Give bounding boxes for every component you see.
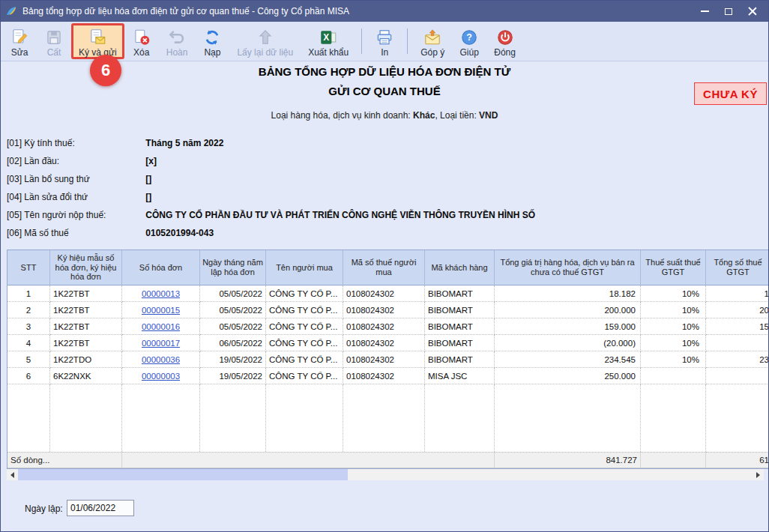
table-row[interactable]: 5 1K22TDO 00000036 19/05/2022 CÔNG TY CỔ… [7, 351, 769, 368]
cell-ngay-lap: 05/05/2022 [200, 302, 266, 318]
col-header-stt[interactable]: STT [7, 250, 50, 285]
table-row[interactable]: 6 6K22NXK 00000003 19/05/2022 CÔNG TY CỔ… [7, 368, 769, 384]
app-window: Bảng tổng hợp dữ liệu hóa đơn điện tử gử… [0, 0, 769, 532]
status-badge: CHƯA KÝ [694, 82, 767, 105]
cell-stt: 1 [7, 285, 50, 302]
undo-icon [167, 28, 187, 47]
maximize-icon [725, 8, 732, 15]
cell-thue-suat: 10% [641, 335, 706, 351]
cell-stt: 5 [7, 351, 50, 368]
table-row[interactable]: 4 1K22TBT 00000017 06/05/2022 CÔNG TY CỔ… [7, 335, 769, 351]
col-header-ky-hieu[interactable]: Ký hiệu mẫu số hóa đơn, ký hiệu hóa đơn [50, 250, 122, 285]
scroll-left-button[interactable] [7, 469, 18, 480]
cell-ma-khach-hang: BIBOMART [425, 335, 495, 351]
export-button[interactable]: X Xuất khẩu [301, 23, 356, 59]
cell-ten-nguoi-mua: CÔNG TY CỔ P... [266, 351, 343, 368]
edit-button[interactable]: Sửa [2, 23, 37, 59]
print-button[interactable]: In [367, 23, 402, 59]
reload-data-button[interactable]: Lấy lại dữ liệu [229, 23, 301, 59]
close-app-label: Đóng [494, 47, 516, 58]
edit-label: Sửa [11, 47, 28, 58]
cell-ten-nguoi-mua: CÔNG TY CỔ P... [266, 335, 343, 351]
cell-tong-gia-tri: 250.000 [495, 368, 641, 384]
refresh-button[interactable]: Nạp [195, 23, 229, 59]
cell-tong-so-thue: 1 [706, 285, 769, 302]
col-header-so-hoa-don[interactable]: Số hóa đơn [122, 250, 200, 285]
minimize-icon [701, 10, 709, 12]
cell-ky-hieu: 6K22NXK [50, 368, 122, 384]
field-value: 0105201994-043 [145, 228, 214, 238]
invoice-link[interactable]: 00000015 [142, 306, 180, 315]
cell-ma-so-thue: 0108024302 [343, 285, 425, 302]
refresh-label: Nạp [204, 47, 220, 58]
cell-ten-nguoi-mua: CÔNG TY CỔ P... [266, 318, 343, 335]
field-value: [x] [145, 156, 157, 166]
field-label: [04] Lần sửa đổi thứ [7, 190, 143, 205]
close-icon [748, 7, 757, 16]
help-label: Giúp [460, 47, 479, 58]
cell-tong-so-thue [706, 368, 769, 384]
col-header-ma-so-thue[interactable]: Mã số thuế người mua [343, 250, 425, 285]
cell-ky-hieu: 1K22TBT [50, 285, 122, 302]
invoice-link[interactable]: 00000016 [142, 322, 180, 331]
scroll-left-icon [10, 472, 14, 478]
cell-ma-khach-hang: BIBOMART [425, 318, 495, 335]
table-empty-area [7, 384, 769, 452]
footer-empty-cell [122, 452, 495, 468]
undo-button[interactable]: Hoàn [159, 23, 196, 59]
table-row[interactable]: 2 1K22TBT 00000015 05/05/2022 CÔNG TY CỔ… [7, 302, 769, 318]
scrollbar-thumb[interactable] [18, 469, 348, 480]
power-icon [495, 28, 515, 47]
form-field-tax-period: [01] Kỳ tính thuế: Tháng 5 năm 2022 [7, 136, 223, 151]
footer-total-value: 841.727 [495, 452, 641, 468]
print-label: In [381, 47, 388, 58]
cell-ma-khach-hang: MISA JSC [425, 368, 495, 384]
col-header-thue-suat[interactable]: Thuế suất thuế GTGT [641, 250, 706, 285]
feedback-icon [423, 28, 442, 47]
cell-ky-hieu: 1K22TBT [50, 302, 122, 318]
field-label: [06] Mã số thuế [7, 226, 143, 241]
sign-and-send-icon [88, 28, 107, 47]
invoice-link[interactable]: 00000003 [142, 372, 180, 381]
save-button[interactable]: Cất [37, 23, 71, 59]
horizontal-scrollbar[interactable] [7, 469, 764, 480]
cell-tong-gia-tri: (20.000) [495, 335, 641, 351]
invoice-link[interactable]: 00000013 [142, 289, 180, 298]
cell-ten-nguoi-mua: CÔNG TY CỔ P... [266, 368, 343, 384]
invoice-link[interactable]: 00000036 [142, 355, 180, 364]
field-value: CÔNG TY CỔ PHẦN ĐẦU TƯ VÀ PHÁT TRIỂN CÔN… [145, 210, 535, 220]
table-row[interactable]: 1 1K22TBT 00000013 05/05/2022 CÔNG TY CỔ… [7, 285, 769, 302]
delete-button[interactable]: Xóa [124, 23, 159, 59]
sign-and-send-button[interactable]: Ký và gửi [71, 23, 124, 59]
col-header-ma-khach-hang[interactable]: Mã khách hàng [425, 250, 495, 285]
print-icon [375, 28, 394, 47]
delete-icon [132, 28, 151, 47]
table-row[interactable]: 3 1K22TBT 00000016 05/05/2022 CÔNG TY CỔ… [7, 318, 769, 335]
scroll-right-button[interactable] [753, 469, 764, 480]
maximize-button[interactable] [717, 3, 740, 19]
col-header-tong-gia-tri[interactable]: Tổng giá trị hàng hóa, dịch vụ bán ra ch… [495, 250, 641, 285]
footer-empty-cell [641, 452, 706, 468]
form-field-taxpayer-name: [05] Tên người nộp thuế: CÔNG TY CỔ PHẦN… [7, 208, 535, 223]
field-label: [02] Lần đầu: [7, 154, 143, 169]
field-value: [] [145, 174, 151, 184]
feedback-button[interactable]: Góp ý [413, 23, 452, 59]
invoice-link[interactable]: 00000017 [142, 339, 180, 348]
cell-ngay-lap: 19/05/2022 [200, 351, 266, 368]
minimize-button[interactable] [693, 3, 716, 19]
cell-tong-gia-tri: 200.000 [495, 302, 641, 318]
date-created-input[interactable] [67, 500, 134, 516]
svg-text:?: ? [466, 32, 472, 43]
cell-stt: 3 [7, 318, 50, 335]
cell-tong-so-thue [706, 335, 769, 351]
cell-ma-khach-hang: BIBOMART [425, 302, 495, 318]
close-button[interactable] [741, 3, 764, 19]
col-header-ten-nguoi-mua[interactable]: Tên người mua [266, 250, 343, 285]
titlebar[interactable]: Bảng tổng hợp dữ liệu hóa đơn điện tử gử… [1, 1, 768, 22]
help-button[interactable]: ? Giúp [452, 23, 486, 59]
close-app-button[interactable]: Đóng [486, 23, 523, 59]
col-header-tong-so-thue[interactable]: Tổng số thuế GTGT [706, 250, 769, 285]
col-header-ngay-lap[interactable]: Ngày tháng năm lập hóa đơn [200, 250, 266, 285]
row-count-label: Số dòng... [7, 452, 122, 468]
export-label: Xuất khẩu [308, 47, 349, 58]
